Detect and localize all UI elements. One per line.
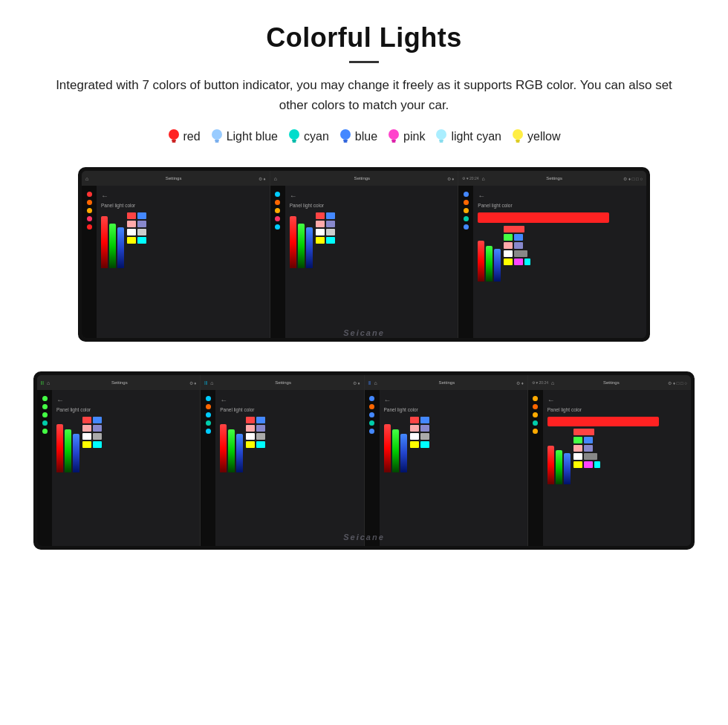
svg-rect-1: [172, 140, 176, 141]
sw-white1: [127, 229, 136, 235]
bar-r-b3: [384, 424, 391, 472]
bar-red-3: [478, 241, 484, 282]
panel-right-b2: ← Panel light color: [215, 390, 363, 546]
header-icons-b4: ⚙ ♦ □ □ ○: [668, 380, 687, 386]
bar-bl-b3: [400, 434, 407, 472]
s-b1-r: [82, 417, 91, 423]
sw-c3: [524, 259, 530, 265]
sidebar-dot-org2: [275, 200, 280, 205]
sidebar-dot-orange: [87, 200, 92, 205]
sw-m3: [514, 259, 523, 265]
back-b3: ←: [384, 396, 523, 404]
bottom-device-screen: ||| ⌂ Settings ⚙ ♦: [37, 375, 691, 546]
color-label-red: red: [183, 130, 201, 143]
s-b2-pk: [246, 425, 255, 432]
s-b4-y: [573, 461, 582, 468]
status-green-1: |||: [41, 380, 44, 385]
description-text: Integrated with 7 colors of button indic…: [30, 75, 698, 115]
sw-r2: [316, 212, 325, 219]
sw-row-3a: [504, 226, 530, 233]
color-pill-blue: blue: [339, 129, 377, 145]
left-bar-3: [458, 186, 473, 338]
b4-dot2: [533, 404, 538, 409]
bars-swatches-1: [101, 212, 265, 268]
sr-b1a: [82, 417, 102, 423]
sw-gr2: [326, 229, 335, 235]
s-b2-y: [246, 441, 255, 448]
panel-header-1: ⌂ Settings ⚙ ♦: [82, 171, 270, 186]
sw-pink2: [316, 221, 325, 227]
s-b1-pk: [82, 425, 91, 432]
sidebar-dot-cyan: [275, 192, 280, 197]
bar-red-2: [290, 216, 296, 268]
bulb-icon-lightblue: [211, 129, 223, 145]
b4-dot5: [533, 429, 538, 434]
swatches-group-3: [504, 226, 530, 265]
screen-panel-1: ⌂ Settings ⚙ ♦: [82, 171, 270, 338]
svg-rect-11: [343, 141, 347, 143]
b4-dot3: [533, 412, 538, 417]
plight-b3: Panel light color: [384, 407, 523, 412]
plight-b4: Panel light color: [547, 407, 686, 412]
sidebar-dot-red: [87, 192, 92, 197]
s-b2-r: [246, 417, 255, 423]
bar-g-b3: [392, 429, 399, 472]
b2-dot4: [206, 420, 211, 426]
sr-b1c: [82, 433, 102, 440]
sw-r1: [127, 212, 136, 219]
b1-dot1: [42, 396, 48, 401]
b2-dot1: [206, 396, 211, 401]
bar-green-1: [109, 224, 116, 268]
panel-body-1: ← Panel light color: [82, 186, 270, 338]
header-icons-1: ⚙ ♦: [259, 176, 266, 181]
left-bar-b3: [365, 390, 380, 546]
s-b2-gr: [256, 433, 265, 440]
panel-right-b4: ← Panel light color: [543, 390, 691, 546]
b1-dot3: [42, 412, 48, 417]
sw-b2: [326, 212, 335, 219]
sr-b1d: [82, 441, 102, 448]
bar-bl-b4: [564, 453, 571, 484]
status-icons-b4: ⚙ ♥ 20:24: [532, 380, 548, 385]
sw-row-1a: [127, 212, 146, 219]
b1-dot2: [42, 404, 48, 409]
sr-b3d: [410, 441, 429, 448]
svg-rect-16: [439, 140, 443, 141]
sr-b1b: [82, 425, 102, 432]
sw-row-2b: [316, 221, 335, 227]
swatches-group-1: [127, 212, 146, 244]
s-b1-c: [93, 441, 102, 448]
sw-y2: [316, 237, 325, 244]
s-b2-c: [256, 441, 265, 448]
bar-g-b4: [556, 450, 562, 484]
sidebar-dot-c2: [275, 224, 280, 230]
top-device: ⌂ Settings ⚙ ♦: [78, 167, 650, 342]
swatches-group-2: [316, 212, 335, 244]
svg-rect-20: [516, 141, 520, 143]
settings-title-2: Settings: [280, 176, 444, 181]
sr-b2d: [246, 441, 265, 448]
panel-body-b2: ← Panel light color: [201, 390, 363, 546]
sidebar-dot-b3: [464, 224, 469, 230]
plight-b2: Panel light color: [220, 407, 359, 412]
settings-title-b2: Settings: [216, 380, 349, 385]
top-screens-row: ⌂ Settings ⚙ ♦: [30, 167, 698, 342]
home-icon-2: ⌂: [274, 176, 277, 181]
back-arrow-3: ←: [478, 192, 642, 200]
svg-point-3: [212, 129, 222, 140]
status-blue-3: |||: [368, 380, 371, 385]
color-pill-lightblue: Light blue: [211, 129, 278, 145]
panel-light-title-3: Panel light color: [478, 203, 642, 208]
left-bar-b2: [201, 390, 215, 546]
bars-sw-b1: [56, 417, 195, 472]
sidebar-dot-am3: [464, 208, 469, 213]
b4-dot1: [533, 396, 538, 401]
sr-b2b: [246, 425, 265, 432]
sr-b4e: [573, 461, 600, 468]
sw-grp-b4: [573, 429, 600, 468]
s-b4-gr: [584, 453, 597, 460]
selected-bar-3: [478, 212, 609, 223]
selected-bar-b4: [547, 417, 659, 426]
sw-r3-wide: [504, 226, 524, 233]
color-label-pink: pink: [403, 130, 425, 143]
